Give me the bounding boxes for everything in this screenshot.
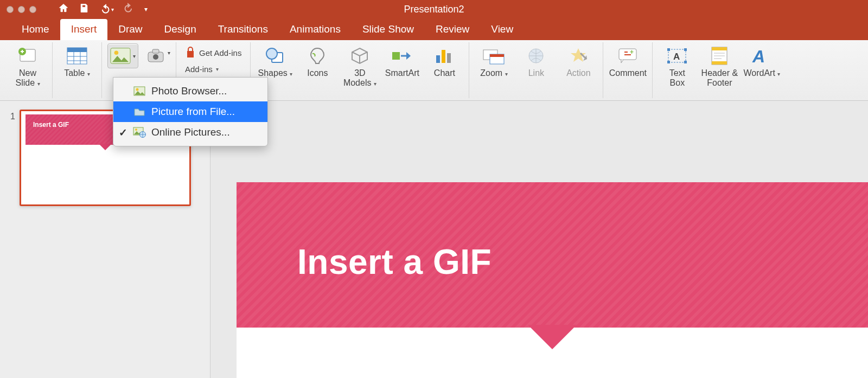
fullscreen-window-icon[interactable] <box>29 6 36 13</box>
close-window-icon[interactable] <box>7 6 14 13</box>
thumbnail-title: Insert a GIF <box>33 121 69 129</box>
chart-label: Chart <box>434 68 455 78</box>
text-box-label: Text Box <box>669 68 685 88</box>
group-tables: Table ▾ <box>53 42 102 98</box>
save-icon[interactable] <box>79 3 90 16</box>
svg-point-10 <box>266 48 277 59</box>
undo-button[interactable]: ▾ <box>99 4 114 15</box>
menu-photo-browser-label: Photo Browser... <box>151 85 227 97</box>
group-comments: + Comment <box>603 42 653 98</box>
new-slide-button[interactable]: New Slide ▾ <box>9 42 47 88</box>
svg-rect-29 <box>712 61 727 65</box>
group-links: Zoom ▾ Link Action <box>469 42 603 98</box>
menu-online-pictures[interactable]: ✓ Online Pictures... <box>113 122 267 143</box>
minimize-window-icon[interactable] <box>18 6 25 13</box>
svg-rect-14 <box>447 53 451 63</box>
svg-rect-7 <box>152 49 159 53</box>
action-label: Action <box>566 68 590 78</box>
my-addins-button[interactable]: Add-ins ▾ <box>182 62 245 76</box>
3d-models-label: 3D Models <box>343 68 372 87</box>
tab-draw[interactable]: Draw <box>107 19 153 40</box>
svg-rect-17 <box>490 54 504 57</box>
3d-models-button[interactable]: 3D Models ▾ <box>341 42 379 88</box>
smartart-button[interactable]: SmartArt <box>383 42 421 78</box>
pictures-dropdown-menu: Photo Browser... Picture from File... ✓ … <box>113 77 268 146</box>
menu-picture-from-file[interactable]: Picture from File... <box>113 101 267 122</box>
new-slide-label: New Slide <box>15 68 36 87</box>
photo-icon <box>133 86 146 97</box>
tab-review[interactable]: Review <box>425 19 480 40</box>
comment-label: Comment <box>609 68 647 78</box>
group-illustrations: Shapes ▾ Icons 3D Models ▾ SmartArt Char… <box>251 42 469 98</box>
shapes-button[interactable]: Shapes ▾ <box>256 42 294 78</box>
svg-text:A: A <box>673 52 680 62</box>
table-label: Table <box>64 68 85 78</box>
screenshot-button[interactable]: ▾ <box>145 43 170 68</box>
text-box-button[interactable]: A Text Box <box>658 42 696 88</box>
wordart-label: WordArt <box>743 68 775 78</box>
window-controls <box>7 6 36 13</box>
header-footer-label: Header & Footer <box>701 68 738 88</box>
comment-button[interactable]: + Comment <box>609 42 647 78</box>
svg-rect-3 <box>67 48 87 52</box>
group-text: A Text Box Header & Footer A WordArt ▾ <box>653 42 786 98</box>
home-icon[interactable] <box>58 3 69 16</box>
svg-rect-22 <box>667 48 670 51</box>
get-addins-button[interactable]: Get Add-ins <box>182 44 245 61</box>
link-button: Link <box>517 42 555 78</box>
table-button[interactable]: Table ▾ <box>58 42 96 78</box>
action-button: Action <box>559 42 597 78</box>
menu-online-pictures-label: Online Pictures... <box>151 126 230 138</box>
shapes-label: Shapes <box>258 68 288 78</box>
zoom-button[interactable]: Zoom ▾ <box>475 42 513 78</box>
svg-rect-11 <box>392 52 400 60</box>
slide-canvas[interactable]: Insert a GIF <box>210 101 868 378</box>
svg-text:+: + <box>630 48 634 56</box>
svg-text:A: A <box>752 47 765 66</box>
qat-customize-icon[interactable]: ▾ <box>144 5 148 13</box>
title-bar: ▾ ▾ Presentation2 <box>0 0 868 18</box>
svg-point-8 <box>153 54 158 60</box>
svg-rect-13 <box>442 50 445 63</box>
link-label: Link <box>528 68 544 78</box>
redo-icon[interactable] <box>124 3 135 16</box>
pictures-button[interactable]: ▾ <box>107 43 138 68</box>
svg-point-34 <box>135 129 137 131</box>
online-pictures-icon <box>133 127 146 138</box>
smartart-label: SmartArt <box>385 68 419 78</box>
slide-title[interactable]: Insert a GIF <box>237 182 868 282</box>
svg-point-5 <box>114 51 119 55</box>
document-title: Presentation2 <box>404 4 464 15</box>
svg-rect-28 <box>712 47 727 50</box>
slide-number: 1 <box>7 110 15 206</box>
group-slides: New Slide ▾ <box>3 42 53 98</box>
tab-transitions[interactable]: Transitions <box>207 19 279 40</box>
svg-point-32 <box>136 88 139 91</box>
tab-design[interactable]: Design <box>154 19 207 40</box>
quick-access-toolbar: ▾ ▾ <box>58 3 148 16</box>
svg-rect-12 <box>436 55 440 63</box>
menu-picture-from-file-label: Picture from File... <box>151 106 235 118</box>
icons-label: Icons <box>307 68 328 78</box>
tab-animations[interactable]: Animations <box>279 19 352 40</box>
svg-rect-25 <box>684 61 687 63</box>
tab-insert[interactable]: Insert <box>60 19 108 40</box>
tab-slide-show[interactable]: Slide Show <box>352 19 425 40</box>
tab-view[interactable]: View <box>480 19 524 40</box>
icons-button[interactable]: Icons <box>298 42 336 78</box>
ribbon-tabs: Home Insert Draw Design Transitions Anim… <box>0 18 868 40</box>
menu-photo-browser[interactable]: Photo Browser... <box>113 81 267 101</box>
my-addins-label: Add-ins <box>185 65 213 74</box>
chart-button[interactable]: Chart <box>425 42 463 78</box>
get-addins-label: Get Add-ins <box>199 48 241 57</box>
folder-icon <box>133 106 146 117</box>
tab-home[interactable]: Home <box>11 19 60 40</box>
wordart-button[interactable]: A WordArt ▾ <box>743 42 781 78</box>
svg-rect-23 <box>684 48 687 51</box>
header-footer-button[interactable]: Header & Footer <box>700 42 738 88</box>
zoom-label: Zoom <box>480 68 502 78</box>
svg-rect-24 <box>667 61 670 63</box>
